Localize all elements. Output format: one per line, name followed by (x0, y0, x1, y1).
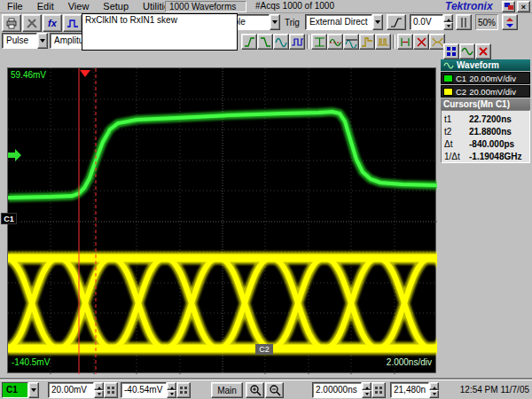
zoom-level-field[interactable]: 50% (475, 14, 498, 30)
channel-select-value: C1 (2, 382, 28, 398)
c1-scale: 20.00mV/div (469, 74, 516, 83)
slope-icon (389, 17, 403, 28)
horizontal-scale-stepper[interactable] (362, 382, 372, 398)
mean-icon (329, 36, 342, 48)
vertical-scale-field[interactable]: 20.00mV (48, 382, 94, 398)
channel-select[interactable]: C1 (2, 382, 39, 398)
spin-up-icon[interactable] (167, 382, 176, 390)
top-voltage-readout: 59.46mV (11, 70, 46, 80)
t2-label: t2 (444, 127, 469, 137)
trigger-marker-icon[interactable] (80, 70, 90, 77)
measurement-class-select[interactable]: Pulse (2, 33, 48, 49)
updown-icon (505, 17, 514, 28)
meas-mean-button[interactable] (327, 34, 343, 50)
menu-view[interactable]: View (61, 0, 97, 12)
updown-button[interactable] (502, 14, 518, 30)
menu-setup[interactable]: Setup (96, 0, 136, 12)
keypad-icon (180, 387, 188, 395)
horizontal-delay-stepper[interactable] (429, 382, 439, 398)
waveform-panel-header[interactable]: Waveform (441, 59, 530, 71)
dt-value: -840.000ps (469, 139, 514, 149)
menu-edit[interactable]: Edit (30, 0, 61, 12)
trigger-level-field[interactable]: 0.0V (410, 14, 443, 30)
keypad-button[interactable] (104, 382, 118, 398)
c1-reference-icon[interactable] (8, 149, 21, 161)
meas-frequency-button[interactable] (273, 34, 289, 50)
chevron-down-icon[interactable] (372, 14, 383, 30)
spin-down-icon[interactable] (362, 390, 372, 398)
spin-up-icon[interactable] (94, 382, 104, 390)
print-button[interactable] (2, 14, 21, 32)
c1-channel-tag[interactable]: C1 (1, 213, 17, 224)
trigger-level-stepper[interactable] (443, 14, 453, 30)
cross-icon (415, 36, 428, 48)
menu-file[interactable]: File (0, 0, 30, 12)
meas-rise-time-button[interactable] (241, 34, 257, 50)
pulse-edit-button[interactable] (63, 14, 82, 32)
toolbar-separator (393, 35, 395, 49)
clock-timestamp: 12:54 PM 11/7/05 (460, 385, 529, 395)
meas-burst-button[interactable] (375, 34, 391, 50)
math-button[interactable]: fx (43, 14, 62, 32)
keypad-button[interactable] (372, 382, 386, 398)
spin-down-icon[interactable] (443, 22, 453, 30)
chevron-down-icon[interactable] (28, 382, 39, 398)
delay-icon (399, 36, 412, 48)
trigger-source-value: External Direct (305, 14, 372, 30)
close-button[interactable]: × (517, 1, 530, 12)
waveform-count-box[interactable]: 1000 Waveforms (165, 1, 246, 12)
vertical-position-field[interactable]: -40.54mV (121, 382, 167, 398)
waveform-display (8, 68, 437, 374)
zoom-in-button[interactable] (246, 382, 264, 398)
vertical-scale-stepper[interactable] (94, 382, 104, 398)
chevron-down-icon[interactable] (37, 33, 48, 49)
fall-time-icon (259, 36, 272, 48)
zoom-out-button[interactable] (265, 382, 284, 398)
restore-button[interactable] (502, 1, 515, 12)
zoom-out-icon (269, 384, 281, 396)
meas-overshoot-button[interactable] (359, 34, 375, 50)
trigger-source-select[interactable]: External Direct (305, 14, 383, 30)
meas-cross-button[interactable] (413, 34, 429, 50)
meas-rms-button[interactable] (343, 34, 359, 50)
overshoot-icon (361, 36, 374, 48)
measurement-class-value: Pulse (2, 33, 37, 49)
main-timebase-button[interactable]: Main (211, 382, 243, 398)
wave-button[interactable] (459, 43, 475, 59)
horizontal-scale-field[interactable]: 2.00000ns (312, 382, 362, 398)
spin-up-icon[interactable] (429, 382, 439, 390)
spin-down-icon[interactable] (94, 390, 104, 398)
meas-fall-time-button[interactable] (257, 34, 273, 50)
spin-up-icon[interactable] (362, 382, 372, 390)
t2-value: 21.8800ns (469, 127, 512, 137)
chevron-down-icon[interactable] (270, 14, 280, 30)
delete-button[interactable] (475, 43, 491, 59)
rise-time-icon (243, 36, 256, 48)
rms-icon (345, 36, 358, 48)
vertical-position-stepper[interactable] (167, 382, 176, 398)
channel-row-c1[interactable]: C1 20.00mV/div (441, 72, 530, 84)
spin-up-icon[interactable] (443, 14, 453, 22)
channel-row-c2[interactable]: C2 20.00mV/div (441, 85, 530, 98)
horizontal-delay-field[interactable]: 21,480n (390, 382, 429, 398)
keypad-button[interactable] (176, 382, 191, 398)
c2-channel-tag[interactable]: C2 (255, 344, 273, 355)
inv-dt-value: -1.19048GHz (469, 152, 521, 161)
trigger-slope-button[interactable] (387, 14, 406, 30)
meas-peak-peak-button[interactable] (311, 34, 327, 50)
tools-button[interactable] (22, 14, 42, 32)
cursors-panel-header[interactable]: Cursors(Mn C1) (441, 98, 530, 110)
pulse-edit-icon (66, 18, 79, 29)
keypad-icon (107, 387, 115, 395)
frequency-icon (275, 36, 288, 48)
marker-button[interactable] (456, 14, 472, 30)
meas-delay-button[interactable] (397, 34, 413, 50)
trig-label: Trig (285, 18, 300, 27)
period-icon (291, 36, 304, 48)
delete-icon (478, 46, 489, 57)
meas-period-button[interactable] (289, 34, 305, 50)
spin-down-icon[interactable] (167, 390, 176, 398)
spin-down-icon[interactable] (429, 390, 439, 398)
grid-button[interactable] (443, 43, 459, 59)
cursors-panel-title: Cursors(Mn C1) (443, 99, 510, 109)
